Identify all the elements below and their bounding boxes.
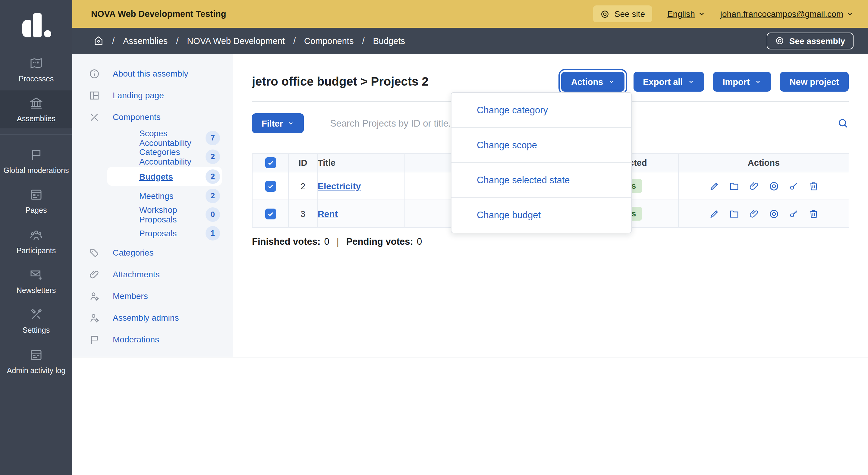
flag-icon	[89, 334, 113, 345]
new-project-button[interactable]: New project	[780, 72, 849, 92]
sidebar-item-processes[interactable]: Processes	[0, 51, 72, 88]
submenu-item-meetings[interactable]: Meetings 2	[107, 187, 222, 204]
submenu-item-moderations[interactable]: Moderations	[72, 330, 233, 348]
paperclip-icon[interactable]	[748, 208, 759, 219]
organization-title: NOVA Web Development Testing	[91, 9, 226, 19]
sidebar-item-assemblies[interactable]: Assemblies	[0, 91, 72, 128]
language-label: English	[667, 9, 695, 19]
key-icon[interactable]	[788, 181, 799, 191]
layout-icon	[89, 90, 113, 101]
sidebar-item-participants[interactable]: Participants	[0, 222, 72, 260]
sidebar-item-label: Newsletters	[17, 286, 56, 295]
submenu-item-assembly-admins[interactable]: Assembly admins	[72, 309, 233, 327]
submenu-item-label: Categories	[113, 248, 153, 257]
sidebar-item-admin-activity-log[interactable]: Admin activity log	[0, 342, 72, 380]
submenu-item-label: Members	[113, 291, 148, 301]
chevron-down-icon	[687, 78, 694, 85]
user-menu[interactable]: johan.francocampos@gmail.com	[720, 9, 854, 19]
row-checkbox[interactable]	[265, 181, 276, 191]
trash-icon[interactable]	[808, 208, 819, 219]
language-selector[interactable]: English	[667, 9, 705, 19]
sidebar-item-settings[interactable]: Settings	[0, 302, 72, 340]
preview-target-icon[interactable]	[768, 181, 779, 191]
breadcrumb-separator: /	[362, 36, 364, 45]
breadcrumb-separator: /	[112, 36, 115, 45]
submenu-item-about[interactable]: About this assembly	[72, 64, 233, 83]
submenu-item-components[interactable]: Components	[72, 108, 233, 126]
breadcrumb: / Assemblies / NOVA Web Development / Co…	[72, 28, 868, 54]
preview-target-icon[interactable]	[768, 208, 779, 219]
project-title-link[interactable]: Rent	[318, 209, 338, 219]
submenu-item-label: Landing page	[113, 90, 164, 100]
folder-icon[interactable]	[728, 208, 739, 219]
pending-votes-value: 0	[417, 236, 422, 247]
breadcrumb-assemblies[interactable]: Assemblies	[123, 36, 167, 45]
flag-icon	[29, 148, 43, 162]
sidebar-item-newsletters[interactable]: Newsletters	[0, 262, 72, 300]
project-title-link[interactable]: Electricity	[318, 181, 361, 191]
edit-pencil-icon[interactable]	[709, 208, 719, 219]
breadcrumb-assembly-name[interactable]: NOVA Web Development	[187, 36, 285, 45]
submenu-item-label: Assembly admins	[113, 313, 179, 322]
tools-icon	[29, 308, 43, 322]
submenu-item-label: Scopes Accountability	[139, 128, 206, 148]
submenu-item-scopes-accountability[interactable]: Scopes Accountability 7	[107, 130, 222, 147]
filter-label: Filter	[261, 119, 283, 128]
finished-votes-label: Finished votes:	[252, 236, 320, 247]
search-icon[interactable]	[837, 118, 849, 129]
trash-icon[interactable]	[808, 181, 819, 191]
sidebar-item-label: Settings	[23, 326, 50, 335]
user-gear-icon	[89, 312, 113, 323]
decidim-logo[interactable]	[0, 0, 72, 51]
submenu-item-label: About this assembly	[113, 69, 188, 78]
sidebar-item-label: Admin activity log	[7, 366, 66, 375]
info-icon	[89, 68, 113, 79]
folder-icon[interactable]	[728, 181, 739, 191]
home-icon[interactable]	[93, 36, 104, 46]
edit-pencil-icon[interactable]	[709, 181, 719, 191]
breadcrumb-components[interactable]: Components	[304, 36, 353, 45]
submenu-item-landing-page[interactable]: Landing page	[72, 86, 233, 104]
submenu-item-members[interactable]: Members	[72, 287, 233, 305]
row-actions	[679, 181, 849, 191]
votes-separator: |	[337, 236, 339, 247]
user-gear-icon	[89, 290, 113, 302]
logo-mark-icon	[22, 13, 50, 38]
page-title: jetro office budget > Projects 2	[252, 75, 429, 89]
breadcrumb-budgets[interactable]: Budgets	[373, 36, 405, 45]
submenu-item-budgets[interactable]: Budgets 2	[107, 167, 222, 186]
menu-item-change-selected-state[interactable]: Change selected state	[452, 163, 631, 198]
submenu-item-categories-accountability[interactable]: Categories Accountability 2	[107, 148, 222, 165]
menu-item-change-scope[interactable]: Change scope	[452, 128, 631, 163]
mail-plus-icon	[29, 267, 43, 282]
map-icon	[29, 56, 43, 70]
key-icon[interactable]	[788, 208, 799, 219]
sidebar-item-pages[interactable]: Pages	[0, 182, 72, 220]
breadcrumb-separator: /	[293, 36, 296, 45]
page-icon	[29, 187, 43, 202]
menu-item-change-category[interactable]: Change category	[452, 93, 631, 128]
select-all-checkbox[interactable]	[265, 157, 276, 168]
submenu-item-proposals[interactable]: Proposals 1	[107, 225, 222, 242]
paperclip-icon[interactable]	[748, 181, 759, 191]
export-all-button[interactable]: Export all	[633, 72, 704, 92]
see-site-button[interactable]: See site	[593, 5, 652, 22]
sidebar-divider	[0, 134, 72, 135]
menu-item-change-budget[interactable]: Change budget	[452, 198, 631, 233]
see-assembly-button[interactable]: See assembly	[767, 32, 854, 49]
submenu-item-categories[interactable]: Categories	[72, 244, 233, 262]
sidebar-item-label: Processes	[19, 75, 54, 84]
filter-button[interactable]: Filter	[252, 113, 304, 133]
chevron-down-icon	[698, 10, 705, 18]
row-checkbox[interactable]	[265, 208, 276, 219]
people-icon	[29, 227, 43, 242]
chevron-down-icon	[846, 10, 854, 18]
actions-button[interactable]: Actions	[561, 72, 624, 92]
submenu-item-label: Proposals	[139, 228, 177, 238]
import-button[interactable]: Import	[713, 72, 771, 92]
column-header-actions: Actions	[678, 153, 849, 172]
sidebar-item-global-moderations[interactable]: Global moderations	[0, 142, 72, 180]
submenu-item-workshop-proposals[interactable]: Workshop Proposals 0	[107, 206, 222, 223]
submenu-item-label: Meetings	[139, 191, 174, 201]
submenu-item-attachments[interactable]: Attachments	[72, 265, 233, 283]
